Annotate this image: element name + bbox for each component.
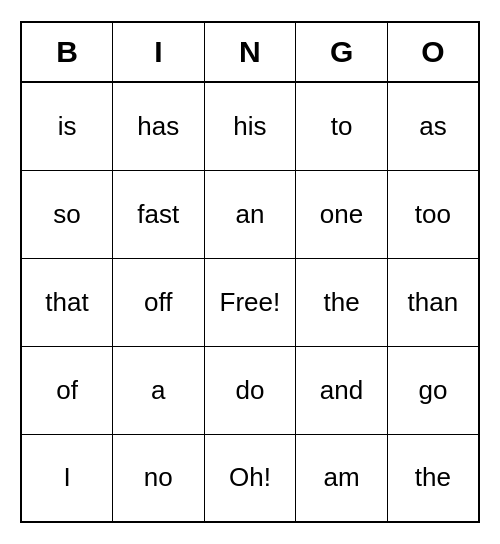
table-row: ofadoandgo: [21, 346, 479, 434]
header-col-n: N: [204, 22, 296, 82]
cell-r1-c2: an: [204, 170, 296, 258]
cell-r1-c0: so: [21, 170, 113, 258]
cell-r1-c4: too: [387, 170, 479, 258]
cell-r2-c3: the: [296, 258, 388, 346]
cell-r3-c4: go: [387, 346, 479, 434]
cell-r2-c2: Free!: [204, 258, 296, 346]
cell-r1-c1: fast: [113, 170, 205, 258]
cell-r0-c2: his: [204, 82, 296, 170]
cell-r4-c0: I: [21, 434, 113, 522]
cell-r0-c1: has: [113, 82, 205, 170]
cell-r4-c4: the: [387, 434, 479, 522]
cell-r4-c1: no: [113, 434, 205, 522]
cell-r3-c1: a: [113, 346, 205, 434]
cell-r3-c2: do: [204, 346, 296, 434]
table-row: sofastanonetoo: [21, 170, 479, 258]
cell-r3-c0: of: [21, 346, 113, 434]
cell-r4-c3: am: [296, 434, 388, 522]
cell-r4-c2: Oh!: [204, 434, 296, 522]
cell-r2-c0: that: [21, 258, 113, 346]
cell-r0-c0: is: [21, 82, 113, 170]
header-col-g: G: [296, 22, 388, 82]
cell-r3-c3: and: [296, 346, 388, 434]
cell-r2-c4: than: [387, 258, 479, 346]
cell-r2-c1: off: [113, 258, 205, 346]
bingo-card: BINGO ishashistoassofastanonetoothatoffF…: [20, 21, 480, 523]
cell-r0-c4: as: [387, 82, 479, 170]
cell-r0-c3: to: [296, 82, 388, 170]
table-row: thatoffFree!thethan: [21, 258, 479, 346]
table-row: ishashistoas: [21, 82, 479, 170]
header-col-o: O: [387, 22, 479, 82]
cell-r1-c3: one: [296, 170, 388, 258]
header-col-i: I: [113, 22, 205, 82]
table-row: InoOh!amthe: [21, 434, 479, 522]
header-col-b: B: [21, 22, 113, 82]
